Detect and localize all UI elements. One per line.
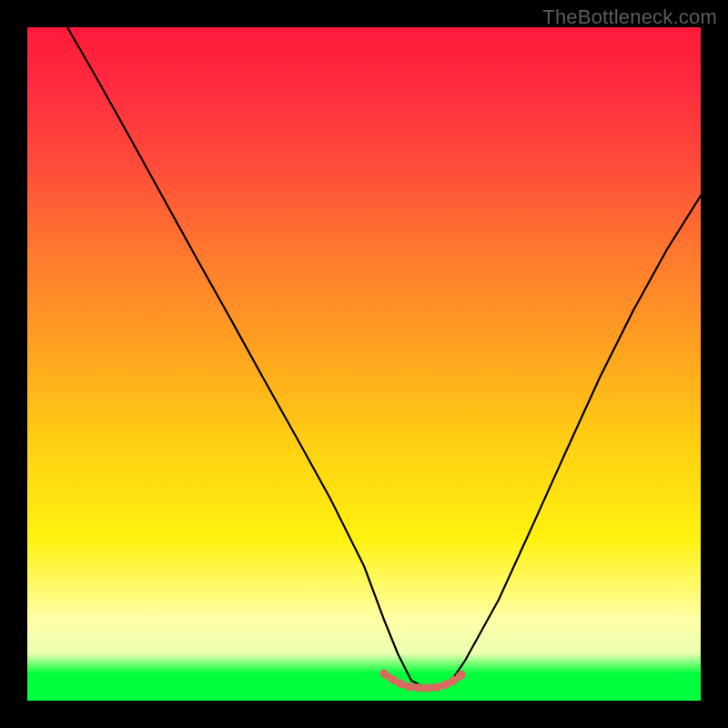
curve-svg (27, 27, 701, 701)
plot-area (27, 27, 701, 701)
bottleneck-curve-path (67, 27, 701, 687)
watermark-label: TheBottleneck.com (542, 5, 717, 29)
chart-frame: TheBottleneck.com (0, 0, 728, 728)
trough-highlight-path (384, 672, 465, 688)
